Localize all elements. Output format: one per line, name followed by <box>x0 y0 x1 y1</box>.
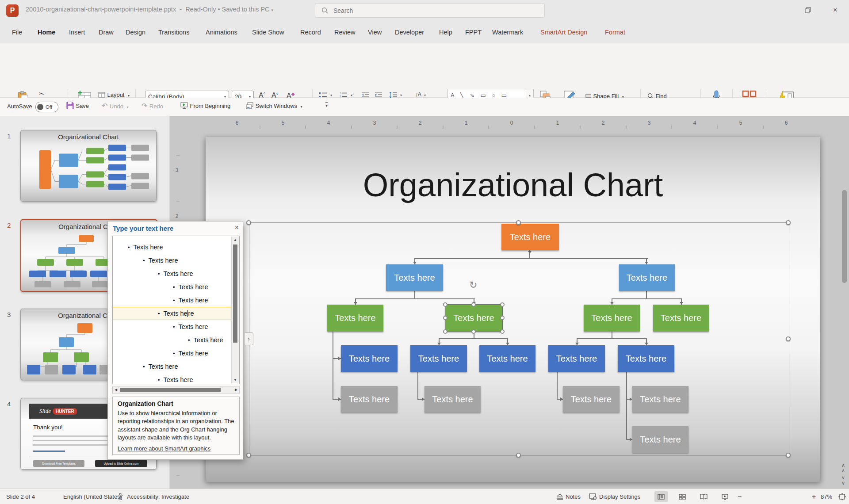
scrollbar-thumb[interactable] <box>233 244 237 343</box>
tab-insert[interactable]: Insert <box>69 21 85 43</box>
switch-windows-button[interactable]: Switch Windows ▾ <box>246 102 302 110</box>
tab-watermark[interactable]: Watermark <box>492 21 523 43</box>
decrease-indent-button[interactable] <box>362 92 369 98</box>
frame-handle-top-middle[interactable] <box>516 220 521 225</box>
tab-design[interactable]: Design <box>126 21 145 43</box>
text-pane-item[interactable]: •Texts here <box>113 280 232 294</box>
restore-window-button[interactable] <box>800 4 815 17</box>
powerpoint-logo-icon[interactable]: P <box>6 4 19 17</box>
org-node-l3-3[interactable]: Texts here <box>584 305 640 332</box>
org-node-l4-1[interactable]: Texts here <box>341 345 398 372</box>
tab-transitions[interactable]: Transitions <box>158 21 189 43</box>
bullets-button[interactable] <box>319 92 327 98</box>
shape-handle-bottom-left[interactable] <box>443 329 447 334</box>
text-pane-item[interactable]: •Texts here <box>113 360 232 373</box>
cut-button[interactable]: ✂ <box>39 90 44 97</box>
shape-handle-top-left[interactable] <box>443 302 447 307</box>
slide-sorter-view-button[interactable] <box>676 491 689 502</box>
org-node-l5-2[interactable]: Texts here <box>424 386 481 412</box>
text-pane-item[interactable]: •Texts here <box>113 241 232 254</box>
frame-handle-bottom-right[interactable] <box>786 453 791 458</box>
increase-indent-button[interactable] <box>375 92 382 98</box>
text-pane-toggle-button[interactable]: › <box>244 332 253 345</box>
frame-handle-bottom-left[interactable] <box>246 453 251 458</box>
text-pane-vertical-scrollbar[interactable]: ▲ ▼ <box>231 237 239 383</box>
previous-slide-button[interactable]: ∧∧ <box>839 462 848 474</box>
line-spacing-button[interactable] <box>389 92 397 98</box>
zoom-out-button[interactable]: − <box>738 489 742 504</box>
tab-home[interactable]: Home <box>38 21 55 43</box>
smartart-text-pane[interactable]: Type your text here × •Texts here •Texts… <box>107 221 243 460</box>
tab-review[interactable]: Review <box>334 21 356 43</box>
tab-animations[interactable]: Animations <box>206 21 237 43</box>
redo-button[interactable]: ↷ Redo <box>142 102 163 110</box>
tab-developer[interactable]: Developer <box>395 21 424 43</box>
scroll-right-icon[interactable]: ▶ <box>233 388 239 392</box>
shape-handle-top-middle[interactable] <box>471 302 476 307</box>
org-node-l5-1[interactable]: Texts here <box>341 386 398 412</box>
text-pane-item[interactable]: •Texts here <box>113 320 232 333</box>
text-pane-item[interactable]: •Texts here <box>113 267 232 280</box>
shape-handle-top-right[interactable] <box>500 302 505 307</box>
tab-smartart-design[interactable]: SmartArt Design <box>540 21 587 43</box>
org-node-l3-2-selected[interactable]: Texts here <box>445 305 502 332</box>
shape-handle-middle-left[interactable] <box>443 316 447 320</box>
scroll-left-icon[interactable]: ◀ <box>113 388 119 392</box>
frame-handle-bottom-middle[interactable] <box>516 453 521 458</box>
search-box[interactable] <box>315 3 545 18</box>
fit-slide-to-window-button[interactable] <box>838 489 846 504</box>
org-node-l5-5[interactable]: Texts here <box>632 426 688 453</box>
next-slide-button[interactable]: ∨∨ <box>839 475 848 486</box>
frame-handle-top-left[interactable] <box>246 220 251 225</box>
text-pane-item[interactable]: •Texts here <box>113 373 232 386</box>
slide-indicator[interactable]: Slide 2 of 4 <box>6 489 35 504</box>
tab-draw[interactable]: Draw <box>99 21 114 43</box>
close-window-button[interactable]: × <box>828 4 843 17</box>
language-indicator[interactable]: English (United States) <box>63 489 122 504</box>
smartart-learn-more-link[interactable]: Learn more about SmartArt graphics <box>118 445 210 452</box>
zoom-in-button[interactable]: + <box>812 489 816 504</box>
org-node-l4-2[interactable]: Texts here <box>410 345 467 372</box>
scroll-up-icon[interactable]: ▲ <box>232 238 238 242</box>
text-pane-item[interactable]: •Texts here <box>113 347 232 360</box>
line-spacing-dropdown-icon[interactable]: ▾ <box>400 93 402 97</box>
text-pane-list[interactable]: •Texts here •Texts here •Texts here •Tex… <box>112 236 240 384</box>
tab-file[interactable]: File <box>12 21 22 43</box>
qat-overflow-button[interactable]: ▾ <box>325 102 328 109</box>
slide-editor[interactable]: Organizational Chart Texts here Texts <box>206 137 820 482</box>
smartart-selection-frame[interactable] <box>249 222 789 456</box>
org-node-l2-right[interactable]: Texts here <box>619 264 675 291</box>
scrollbar-thumb[interactable] <box>120 388 221 392</box>
org-node-l4-5[interactable]: Texts here <box>618 345 674 372</box>
tab-slide-show[interactable]: Slide Show <box>252 21 284 43</box>
reading-view-button[interactable] <box>697 491 710 502</box>
frame-handle-top-right[interactable] <box>786 220 791 225</box>
rotate-handle-icon[interactable]: ↻ <box>469 279 477 291</box>
vertical-scrollbar-thumb[interactable] <box>842 190 847 283</box>
text-pane-item[interactable]: •Texts here <box>113 333 232 347</box>
undo-button[interactable]: ↶ Undo ▾ <box>102 102 128 110</box>
scroll-down-icon[interactable]: ▼ <box>232 378 238 382</box>
text-direction-button[interactable]: ↓A ▾ <box>415 91 426 98</box>
frame-handle-middle-right[interactable] <box>786 336 791 341</box>
text-pane-horizontal-scrollbar[interactable]: ◀ ▶ <box>112 386 240 393</box>
search-input[interactable] <box>333 7 511 15</box>
text-pane-close-button[interactable]: × <box>235 224 239 232</box>
from-beginning-button[interactable]: From Beginning <box>180 102 230 110</box>
org-node-l4-3[interactable]: Texts here <box>479 345 535 372</box>
shape-handle-bottom-middle[interactable] <box>471 329 476 334</box>
numbering-button[interactable]: 12 <box>340 92 347 98</box>
text-pane-item[interactable]: •Texts here <box>113 294 232 307</box>
slide-thumbnail-1[interactable]: Organizational Chart <box>20 130 157 202</box>
tab-record[interactable]: Record <box>300 21 321 43</box>
org-node-l2-left[interactable]: Texts here <box>386 264 443 291</box>
org-node-l5-3[interactable]: Texts here <box>563 386 620 412</box>
tab-view[interactable]: View <box>368 21 382 43</box>
slideshow-view-button[interactable] <box>718 491 731 502</box>
tab-help[interactable]: Help <box>439 21 452 43</box>
org-node-l5-4[interactable]: Texts here <box>632 386 688 412</box>
notes-button[interactable]: Notes <box>556 489 581 504</box>
org-node-l3-1[interactable]: Texts here <box>327 305 383 332</box>
shape-handle-bottom-right[interactable] <box>500 329 505 334</box>
org-node-root[interactable]: Texts here <box>501 224 559 250</box>
